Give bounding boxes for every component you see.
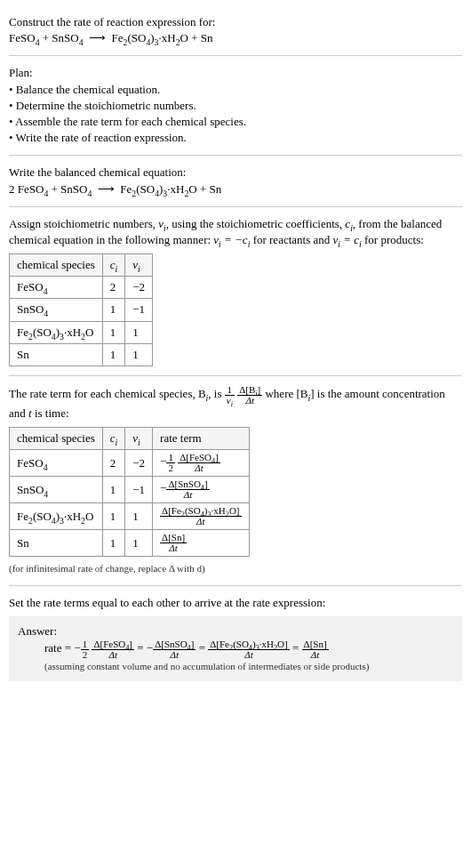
plan-item: • Assemble the rate term for each chemic… <box>9 114 462 130</box>
rate-expression: rate = −12 Δ[FeSO4]Δt = −Δ[SnSO4]Δt = Δ[… <box>44 639 453 660</box>
plan-item-text: Determine the stoichiometric numbers. <box>16 99 196 112</box>
cell-nu: −2 <box>125 277 153 299</box>
relation-products: νi = ci <box>333 233 362 246</box>
plan-title: Plan: <box>9 65 462 81</box>
balanced-section: Write the balanced chemical equation: 2 … <box>9 165 462 197</box>
cell-nu: 1 <box>125 343 153 366</box>
cell-species: Fe2(SO4)3·xH2O <box>10 503 103 530</box>
cell-species: SnSO4 <box>10 477 103 503</box>
cell-species: FeSO4 <box>10 277 103 299</box>
cell-ci: 1 <box>102 343 125 366</box>
cell-species: FeSO4 <box>10 450 103 477</box>
cell-species: Sn <box>10 530 103 557</box>
denominator: Δt <box>302 650 329 660</box>
cell-nu: −2 <box>125 450 153 477</box>
assumption-note: (assuming constant volume and no accumul… <box>44 660 453 673</box>
rate-label: rate = <box>44 642 74 655</box>
col-nu: νi <box>125 428 153 450</box>
answer-label: Answer: <box>18 623 453 639</box>
unbalanced-equation: FeSO4 + SnSO4 ⟶ Fe2(SO4)3·xH2O + Sn <box>9 30 462 46</box>
cell-ci: 1 <box>102 530 125 557</box>
table-row: Sn 1 1 <box>10 343 153 366</box>
divider <box>9 155 462 156</box>
divider <box>9 585 462 586</box>
stoich-table: chemical species ci νi FeSO4 2 −2 SnSO4 … <box>9 253 153 366</box>
rateterm-section: The rate term for each chemical species,… <box>9 385 462 576</box>
table-header-row: chemical species ci νi rate term <box>10 428 250 450</box>
relation-reactants: νi = −ci <box>213 233 250 246</box>
table-row: FeSO4 2 −2 −12 Δ[FeSO4]Δt <box>10 450 250 477</box>
table-row: SnSO4 1 −1 −Δ[SnSO4]Δt <box>10 477 250 503</box>
stoich-intro: for reactants and <box>250 233 332 246</box>
ci-symbol: ci <box>345 217 353 230</box>
plan-item-text: Assemble the rate term for each chemical… <box>15 115 246 128</box>
answer-box: Answer: rate = −12 Δ[FeSO4]Δt = −Δ[SnSO4… <box>9 616 462 681</box>
cell-nu: −1 <box>125 477 153 503</box>
plan-item: • Write the rate of reaction expression. <box>9 130 462 146</box>
divider <box>9 206 462 207</box>
stoich-section: Assign stoichiometric numbers, νi, using… <box>9 216 462 366</box>
table-row: Fe2(SO4)3·xH2O 1 1 Δ[Fe2(SO4)3·xH2O]Δt <box>10 503 250 530</box>
denominator: Δt <box>160 543 187 553</box>
rateterm-intro: The rate term for each chemical species,… <box>9 387 206 400</box>
plan-section: Plan: • Balance the chemical equation. •… <box>9 65 462 146</box>
rateterm-intro: , is <box>208 387 224 400</box>
col-nu: νi <box>125 254 153 277</box>
table-row: SnSO4 1 −1 <box>10 299 153 321</box>
plan-item: • Determine the stoichiometric numbers. <box>9 98 462 114</box>
cell-nu: 1 <box>125 321 153 343</box>
table-row: FeSO4 2 −2 <box>10 277 153 299</box>
cell-ci: 1 <box>102 299 125 321</box>
divider <box>9 375 462 376</box>
table-header-row: chemical species ci νi <box>10 254 153 277</box>
cell-rate: Δ[Fe2(SO4)3·xH2O]Δt <box>153 503 249 530</box>
denominator: Δt <box>237 396 262 406</box>
frac-dbi-dt: Δ[Bi]Δt <box>237 385 262 406</box>
balanced-title: Write the balanced chemical equation: <box>9 165 462 181</box>
rateterm-intro: is time: <box>32 406 69 420</box>
cell-ci: 1 <box>102 321 125 343</box>
problem-statement: Construct the rate of reaction expressio… <box>9 14 462 46</box>
infinitesimal-note: (for infinitesimal rate of change, repla… <box>9 562 462 575</box>
denominator: 2 <box>166 463 175 473</box>
table-row: Sn 1 1 Δ[Sn]Δt <box>10 530 250 557</box>
stoich-intro: Assign stoichiometric numbers, <box>9 217 158 230</box>
col-species: chemical species <box>10 428 103 450</box>
problem-title: Construct the rate of reaction expressio… <box>9 14 462 30</box>
cell-rate: Δ[Sn]Δt <box>153 530 249 557</box>
cell-nu: 1 <box>125 530 153 557</box>
plan-item-text: Balance the chemical equation. <box>16 83 160 96</box>
cell-species: Fe2(SO4)3·xH2O <box>10 321 103 343</box>
final-section: Set the rate terms equal to each other t… <box>9 595 462 681</box>
final-title: Set the rate terms equal to each other t… <box>9 595 462 611</box>
cell-rate: −Δ[SnSO4]Δt <box>153 477 249 503</box>
rateterm-intro: where [B <box>265 387 307 400</box>
cell-species: SnSO4 <box>10 299 103 321</box>
balanced-equation: 2 FeSO4 + SnSO4 ⟶ Fe2(SO4)3·xH2O + Sn <box>9 181 462 197</box>
nu-symbol: νi <box>158 217 166 230</box>
cell-nu: −1 <box>125 299 153 321</box>
plan-item-text: Write the rate of reaction expression. <box>16 131 187 144</box>
cell-nu: 1 <box>125 503 153 530</box>
col-ci: ci <box>102 428 125 450</box>
divider <box>9 55 462 56</box>
plan-item: • Balance the chemical equation. <box>9 82 462 98</box>
cell-rate: −12 Δ[FeSO4]Δt <box>153 450 249 477</box>
col-ci: ci <box>102 254 125 277</box>
col-rate: rate term <box>153 428 249 450</box>
cell-species: Sn <box>10 343 103 366</box>
cell-ci: 2 <box>102 450 125 477</box>
cell-ci: 2 <box>102 277 125 299</box>
table-row: Fe2(SO4)3·xH2O 1 1 <box>10 321 153 343</box>
denominator: 2 <box>81 650 90 660</box>
rateterm-table: chemical species ci νi rate term FeSO4 2… <box>9 427 250 557</box>
cell-ci: 1 <box>102 503 125 530</box>
stoich-intro: , using the stoichiometric coefficients, <box>166 217 346 230</box>
frac-one-over-nu: 1νi <box>225 385 235 406</box>
cell-ci: 1 <box>102 477 125 503</box>
stoich-intro: for products: <box>362 233 424 246</box>
col-species: chemical species <box>10 254 103 277</box>
denominator: νi <box>225 396 235 406</box>
